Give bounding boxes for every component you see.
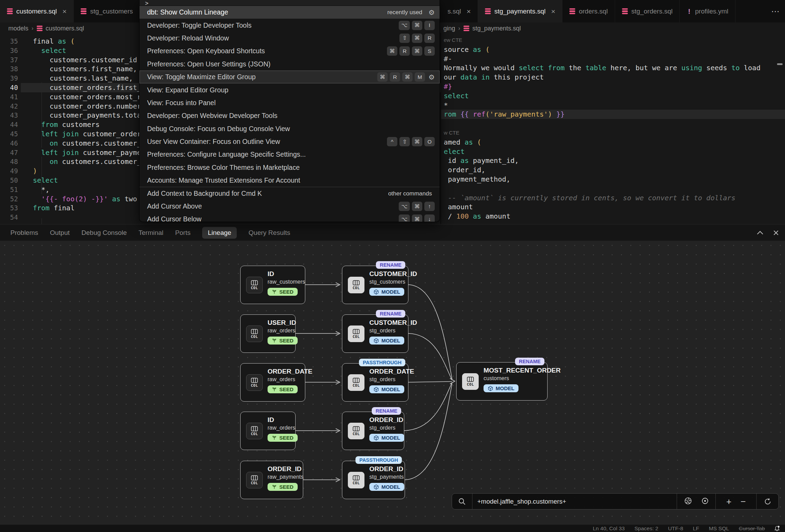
close-tab-icon[interactable]: × [62, 7, 66, 16]
palette-item[interactable]: View: Toggle Maximize Editor Group⌘R⌘M⚙ [139, 71, 440, 83]
node-subtitle: stg_payments [369, 473, 405, 481]
tab-s-sql[interactable]: s.sql× [441, 0, 478, 22]
palette-item[interactable]: Preferences: Open User Settings (JSON) [139, 58, 440, 71]
palette-item[interactable]: Add Context to Background for Cmd Kother… [139, 187, 440, 200]
node-title: ORDER_ID [268, 465, 303, 473]
line-number: 49 [0, 166, 18, 176]
search-icon [452, 494, 472, 509]
status-item[interactable]: LF [693, 525, 699, 532]
bell-icon[interactable] [774, 525, 780, 532]
panel-tab-ports[interactable]: Ports [175, 229, 190, 237]
lineage-node-customer_id-stg_customers[interactable]: RENAMECOLCUSTOMER_IDstg_customersMODEL [342, 266, 408, 304]
breadcrumb-folder[interactable]: models [8, 25, 28, 32]
palette-item[interactable]: Developer: Open Webview Developer Tools [139, 109, 440, 122]
palette-item-label: View: Focus into Panel [147, 99, 435, 107]
palette-item[interactable]: dbt: Show Column Lineagerecently used⚙ [139, 6, 440, 19]
line-number: 42 [0, 102, 18, 111]
palette-item[interactable]: Accounts: Manage Trusted Extensions For … [139, 174, 440, 187]
zoom-in-button[interactable]: + [726, 497, 731, 506]
palette-item[interactable]: Preferences: Configure Language Specific… [139, 148, 440, 161]
gear-icon[interactable]: ⚙ [428, 8, 435, 17]
lineage-node-id-raw_customers[interactable]: COLIDraw_customersSEED [240, 266, 305, 304]
palette-item[interactable]: View: Expand Editor Group [139, 83, 440, 96]
panel-tab-output[interactable]: Output [50, 229, 70, 237]
tab-stg_customers[interactable]: stg_customers [74, 0, 140, 22]
status-item[interactable]: MS SQL [709, 525, 729, 532]
lineage-node-customer_id-stg_orders[interactable]: RENAMECOLCUSTOMER_IDstg_ordersMODEL [342, 314, 408, 353]
more-tabs-icon[interactable]: ⋯ [771, 0, 780, 22]
codelens-label[interactable]: ew CTE [444, 36, 462, 45]
tab-label: stg_orders.sql [631, 8, 673, 15]
status-item[interactable]: UTF-8 [668, 525, 683, 532]
palette-item[interactable]: Preferences: Browse Color Themes in Mark… [139, 161, 440, 174]
palette-item[interactable]: View: Focus into Panel [139, 97, 440, 109]
palette-item-label: Preferences: Open Keyboard Shortcuts [147, 47, 385, 55]
panel-tab-lineage[interactable]: Lineage [202, 227, 237, 239]
node-subtitle: raw_customers [268, 278, 305, 286]
aperture-icon[interactable] [684, 497, 692, 506]
keybinding-key: ⌘ [402, 72, 413, 82]
palette-item-label: View: Expand Editor Group [147, 86, 435, 94]
code-line: source as ( [444, 45, 489, 54]
line-number: 54 [0, 213, 18, 222]
breadcrumb-folder[interactable]: ging [443, 25, 455, 32]
breadcrumb-file[interactable]: customers.sql [46, 25, 84, 32]
close-tab-icon[interactable]: × [467, 7, 471, 16]
panel-tab-problems[interactable]: Problems [10, 229, 38, 237]
lineage-canvas[interactable]: + − COLIDraw_customersSEEDRENAMECOLCUSTO… [0, 241, 785, 525]
lineage-node-order_date-stg_orders[interactable]: PASSTHROUGHCOLORDER_DATEstg_ordersMODEL [342, 363, 408, 402]
lineage-node-user_id-raw_orders[interactable]: COLUSER_IDraw_ordersSEED [240, 314, 296, 353]
chevron-right-icon: › [31, 25, 34, 32]
panel-tab-terminal[interactable]: Terminal [138, 229, 163, 237]
line-number: 45 [0, 129, 18, 139]
keybinding-key: I [424, 21, 435, 30]
lineage-node-most_recent_order-customers[interactable]: RENAMECOLMOST_RECENT_ORDERcustomersMODEL [456, 362, 548, 401]
palette-item[interactable]: Preferences: Open Keyboard Shortcuts⌘R⌘S [139, 45, 440, 57]
palette-item[interactable]: Developer: Reload Window⇧⌘R [139, 32, 440, 45]
palette-item[interactable]: Developer: Toggle Developer Tools⌥⌘I [139, 19, 440, 31]
column-icon-label: COL [251, 481, 258, 485]
lineage-node-order_id-raw_payments[interactable]: COLORDER_IDraw_paymentsSEED [240, 461, 303, 499]
zoom-out-button[interactable]: − [741, 497, 746, 506]
tab-stg_orders-sql[interactable]: stg_orders.sql [615, 0, 680, 22]
edge-type-badge: RENAME [372, 407, 401, 415]
line-number: 41 [0, 92, 18, 102]
palette-item[interactable]: Add Cursor Above⌥⌘↑ [139, 200, 440, 213]
command-palette-input[interactable]: > [139, 0, 440, 6]
line-number: 44 [0, 120, 18, 129]
line-number: 48 [0, 157, 18, 166]
chevron-up-icon[interactable] [757, 231, 764, 235]
editor-right[interactable]: ew CTEsource as (#-Normally we would sel… [441, 33, 785, 224]
status-item[interactable]: Ln 40, Col 33 [593, 525, 625, 532]
codelens-label[interactable]: w CTE [444, 128, 459, 138]
refresh-button[interactable] [756, 494, 778, 509]
code-line: our data in this project [444, 73, 544, 82]
breadcrumb-file[interactable]: stg_payments.sql [472, 25, 521, 32]
tab-profiles-yml[interactable]: !profiles.yml [680, 0, 736, 22]
node-subtitle: stg_orders [369, 327, 408, 334]
tab-customers-sql[interactable]: customers.sql× [0, 0, 74, 22]
lineage-node-order_id-stg_payments[interactable]: PASSTHROUGHCOLORDER_IDstg_paymentsMODEL [342, 461, 405, 499]
code-line: select [444, 91, 469, 101]
close-tab-icon[interactable]: × [551, 7, 555, 16]
keybinding-key: ⌘ [412, 46, 422, 56]
palette-item[interactable]: User View Container: Focus on Outline Vi… [139, 135, 440, 148]
close-panel-icon[interactable] [773, 230, 779, 236]
panel-tab-query-results[interactable]: Query Results [249, 229, 290, 237]
status-item[interactable]: Spaces: 2 [634, 525, 658, 532]
node-subtitle: customers [484, 375, 547, 382]
panel-tab-debug-console[interactable]: Debug Console [81, 229, 127, 237]
keybinding-key: ⌘ [412, 214, 422, 222]
palette-item[interactable]: Debug Console: Focus on Debug Console Vi… [139, 122, 440, 135]
tab-stg_payments-sql[interactable]: stg_payments.sql× [478, 0, 562, 22]
palette-group-label: recently used [387, 9, 422, 16]
status-item[interactable]: Cursor Tab [739, 525, 765, 532]
lineage-node-id-raw_orders[interactable]: COLIDraw_ordersSEED [240, 412, 296, 450]
lineage-node-order_date-raw_orders[interactable]: COLORDER_DATEraw_ordersSEED [240, 363, 305, 402]
gear-icon[interactable]: ⚙ [428, 73, 435, 81]
lineage-node-order_id-stg_orders[interactable]: RENAMECOLORDER_IDstg_ordersMODEL [342, 412, 404, 450]
lineage-search-input[interactable] [472, 498, 677, 505]
target-icon[interactable] [701, 497, 709, 506]
tab-orders-sql[interactable]: orders.sql [562, 0, 615, 22]
palette-item[interactable]: Add Cursor Below⌥⌘↓ [139, 213, 440, 222]
